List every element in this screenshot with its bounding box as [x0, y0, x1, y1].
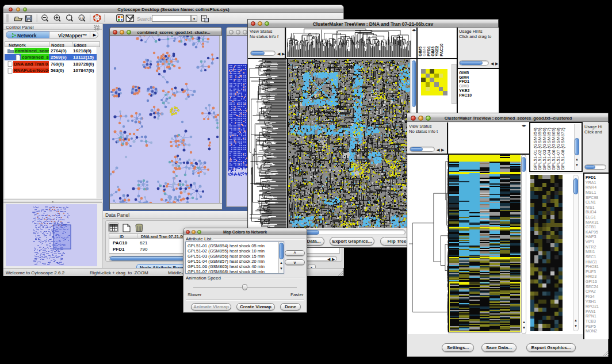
svg-text:1:1: 1:1 — [79, 17, 83, 20]
